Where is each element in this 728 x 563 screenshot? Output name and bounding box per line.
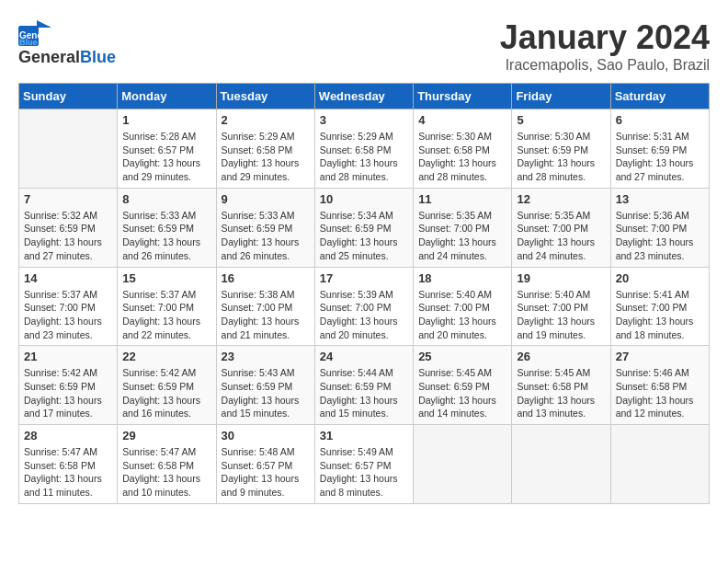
calendar-cell: 4Sunrise: 5:30 AMSunset: 6:58 PMDaylight…: [414, 109, 512, 189]
calendar-cell: [512, 425, 610, 504]
weekday-header-wednesday: Wednesday: [314, 84, 413, 109]
day-info: Sunrise: 5:42 AMSunset: 6:59 PMDaylight:…: [24, 367, 102, 419]
day-number: 27: [616, 350, 704, 363]
calendar-cell: 17Sunrise: 5:39 AMSunset: 7:00 PMDayligh…: [314, 267, 413, 346]
calendar-cell: 31Sunrise: 5:49 AMSunset: 6:57 PMDayligh…: [314, 425, 413, 504]
day-info: Sunrise: 5:46 AMSunset: 6:58 PMDaylight:…: [616, 367, 694, 419]
day-info: Sunrise: 5:40 AMSunset: 7:00 PMDaylight:…: [418, 289, 496, 340]
day-info: Sunrise: 5:44 AMSunset: 6:59 PMDaylight:…: [320, 367, 398, 419]
day-info: Sunrise: 5:47 AMSunset: 6:58 PMDaylight:…: [24, 446, 102, 498]
day-number: 9: [222, 192, 310, 206]
day-number: 8: [122, 192, 210, 206]
day-info: Sunrise: 5:42 AMSunset: 6:59 PMDaylight:…: [122, 367, 200, 419]
calendar-cell: 22Sunrise: 5:42 AMSunset: 6:59 PMDayligh…: [118, 346, 216, 425]
day-number: 29: [122, 429, 210, 442]
day-number: 12: [517, 192, 605, 206]
day-number: 15: [122, 271, 210, 285]
calendar-cell: 20Sunrise: 5:41 AMSunset: 7:00 PMDayligh…: [610, 267, 709, 346]
day-info: Sunrise: 5:29 AMSunset: 6:58 PMDaylight:…: [320, 131, 398, 182]
day-info: Sunrise: 5:30 AMSunset: 6:59 PMDaylight:…: [517, 131, 595, 182]
calendar-cell: 11Sunrise: 5:35 AMSunset: 7:00 PMDayligh…: [414, 188, 512, 267]
calendar-cell: 27Sunrise: 5:46 AMSunset: 6:58 PMDayligh…: [610, 346, 709, 425]
day-number: 16: [222, 271, 310, 285]
day-info: Sunrise: 5:49 AMSunset: 6:57 PMDaylight:…: [320, 446, 398, 498]
day-number: 7: [24, 192, 112, 206]
day-number: 1: [122, 113, 210, 127]
calendar-cell: 23Sunrise: 5:43 AMSunset: 6:59 PMDayligh…: [216, 346, 314, 425]
day-number: 19: [517, 271, 605, 285]
day-number: 28: [24, 429, 112, 442]
calendar-cell: 3Sunrise: 5:29 AMSunset: 6:58 PMDaylight…: [314, 109, 413, 189]
day-number: 23: [222, 350, 310, 363]
day-number: 24: [320, 350, 408, 363]
weekday-header-tuesday: Tuesday: [216, 84, 314, 109]
day-info: Sunrise: 5:43 AMSunset: 6:59 PMDaylight:…: [222, 367, 300, 419]
weekday-header-friday: Friday: [512, 84, 610, 109]
day-info: Sunrise: 5:45 AMSunset: 6:59 PMDaylight:…: [418, 367, 496, 419]
day-info: Sunrise: 5:36 AMSunset: 7:00 PMDaylight:…: [616, 210, 694, 261]
logo: General Blue General Blue: [18, 18, 116, 67]
logo-icon: General Blue: [18, 18, 51, 46]
day-info: Sunrise: 5:31 AMSunset: 6:59 PMDaylight:…: [616, 131, 694, 182]
calendar-cell: 25Sunrise: 5:45 AMSunset: 6:59 PMDayligh…: [414, 346, 512, 425]
logo-general: General: [18, 48, 80, 67]
calendar-cell: 28Sunrise: 5:47 AMSunset: 6:58 PMDayligh…: [19, 425, 118, 504]
day-number: 20: [616, 271, 704, 285]
day-info: Sunrise: 5:40 AMSunset: 7:00 PMDaylight:…: [517, 289, 595, 340]
day-info: Sunrise: 5:34 AMSunset: 6:59 PMDaylight:…: [320, 210, 398, 261]
day-number: 2: [222, 113, 310, 127]
weekday-header-monday: Monday: [118, 84, 216, 109]
day-number: 3: [320, 113, 408, 127]
calendar-cell: 1Sunrise: 5:28 AMSunset: 6:57 PMDaylight…: [118, 109, 216, 189]
day-info: Sunrise: 5:35 AMSunset: 7:00 PMDaylight:…: [418, 210, 496, 261]
calendar-cell: 16Sunrise: 5:38 AMSunset: 7:00 PMDayligh…: [216, 267, 314, 346]
day-number: 4: [418, 113, 506, 127]
calendar-cell: 9Sunrise: 5:33 AMSunset: 6:59 PMDaylight…: [216, 188, 314, 267]
day-number: 22: [122, 350, 210, 363]
day-info: Sunrise: 5:37 AMSunset: 7:00 PMDaylight:…: [24, 289, 102, 340]
calendar-cell: 15Sunrise: 5:37 AMSunset: 7:00 PMDayligh…: [118, 267, 216, 346]
day-number: 13: [616, 192, 704, 206]
calendar-cell: [19, 109, 118, 189]
svg-text:Blue: Blue: [19, 38, 38, 46]
calendar-cell: 5Sunrise: 5:30 AMSunset: 6:59 PMDaylight…: [512, 109, 610, 189]
calendar-cell: 24Sunrise: 5:44 AMSunset: 6:59 PMDayligh…: [314, 346, 413, 425]
calendar-cell: 29Sunrise: 5:47 AMSunset: 6:58 PMDayligh…: [118, 425, 216, 504]
calendar-cell: 8Sunrise: 5:33 AMSunset: 6:59 PMDaylight…: [118, 188, 216, 267]
day-number: 21: [24, 350, 112, 363]
weekday-header-sunday: Sunday: [19, 84, 118, 109]
day-info: Sunrise: 5:41 AMSunset: 7:00 PMDaylight:…: [616, 289, 694, 340]
day-info: Sunrise: 5:33 AMSunset: 6:59 PMDaylight:…: [122, 210, 200, 261]
calendar-cell: 2Sunrise: 5:29 AMSunset: 6:58 PMDaylight…: [216, 109, 314, 189]
day-info: Sunrise: 5:37 AMSunset: 7:00 PMDaylight:…: [122, 289, 200, 340]
calendar-cell: 13Sunrise: 5:36 AMSunset: 7:00 PMDayligh…: [610, 188, 709, 267]
day-number: 11: [418, 192, 506, 206]
location: Iracemapolis, Sao Paulo, Brazil: [500, 57, 710, 74]
calendar-cell: 30Sunrise: 5:48 AMSunset: 6:57 PMDayligh…: [216, 425, 314, 504]
day-info: Sunrise: 5:33 AMSunset: 6:59 PMDaylight:…: [222, 210, 300, 261]
calendar-cell: [610, 425, 709, 504]
day-number: 18: [418, 271, 506, 285]
calendar-cell: 10Sunrise: 5:34 AMSunset: 6:59 PMDayligh…: [314, 188, 413, 267]
day-info: Sunrise: 5:48 AMSunset: 6:57 PMDaylight:…: [222, 446, 300, 498]
day-info: Sunrise: 5:45 AMSunset: 6:58 PMDaylight:…: [517, 367, 595, 419]
day-info: Sunrise: 5:30 AMSunset: 6:58 PMDaylight:…: [418, 131, 496, 182]
calendar-table: SundayMondayTuesdayWednesdayThursdayFrid…: [18, 83, 710, 504]
page-header: General Blue General Blue January 2024 I…: [18, 18, 710, 74]
calendar-cell: 21Sunrise: 5:42 AMSunset: 6:59 PMDayligh…: [19, 346, 118, 425]
calendar-cell: 26Sunrise: 5:45 AMSunset: 6:58 PMDayligh…: [512, 346, 610, 425]
day-number: 26: [517, 350, 605, 363]
calendar-cell: 18Sunrise: 5:40 AMSunset: 7:00 PMDayligh…: [414, 267, 512, 346]
calendar-cell: [414, 425, 512, 504]
day-number: 30: [222, 429, 310, 442]
day-info: Sunrise: 5:39 AMSunset: 7:00 PMDaylight:…: [320, 289, 398, 340]
day-info: Sunrise: 5:29 AMSunset: 6:58 PMDaylight:…: [222, 131, 300, 182]
calendar-cell: 7Sunrise: 5:32 AMSunset: 6:59 PMDaylight…: [19, 188, 118, 267]
day-number: 5: [517, 113, 605, 127]
day-info: Sunrise: 5:47 AMSunset: 6:58 PMDaylight:…: [122, 446, 200, 498]
day-info: Sunrise: 5:28 AMSunset: 6:57 PMDaylight:…: [122, 131, 200, 182]
day-number: 14: [24, 271, 112, 285]
day-number: 6: [616, 113, 704, 127]
calendar-cell: 19Sunrise: 5:40 AMSunset: 7:00 PMDayligh…: [512, 267, 610, 346]
title-section: January 2024 Iracemapolis, Sao Paulo, Br…: [500, 18, 710, 74]
